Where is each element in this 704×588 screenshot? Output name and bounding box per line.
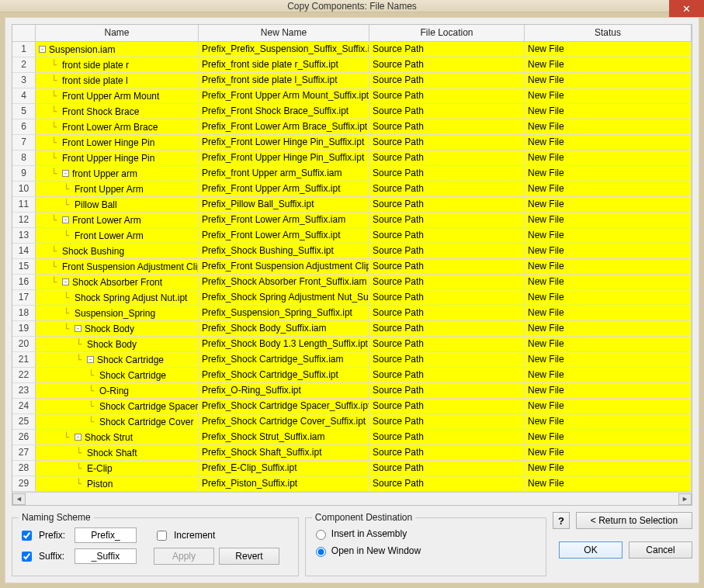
cell-location[interactable]: Source Path xyxy=(369,476,525,491)
cell-newname[interactable]: Prefix_O-Ring_Suffix.ipt xyxy=(199,383,369,398)
table-row[interactable]: 4└ Front Upper Arm MountPrefix_Front Upp… xyxy=(12,88,692,104)
header-name[interactable]: Name xyxy=(36,25,199,41)
cell-name[interactable]: └ Front Lower Hinge Pin xyxy=(36,135,199,150)
cell-status[interactable]: New File xyxy=(525,430,692,444)
cell-status[interactable]: New File xyxy=(525,73,692,88)
cell-location[interactable]: Source Path xyxy=(369,368,525,382)
cell-status[interactable]: New File xyxy=(525,104,692,119)
cell-location[interactable]: Source Path xyxy=(369,73,525,88)
cell-newname[interactable]: Prefix_Shock Spring Adjustment Nut_Suffi… xyxy=(199,290,369,305)
table-row[interactable]: 12└ -Front Lower ArmPrefix_Front Lower A… xyxy=(12,213,692,228)
cell-newname[interactable]: Prefix_E-Clip_Suffix.ipt xyxy=(199,461,369,476)
cell-name[interactable]: └ Front Upper Arm Mount xyxy=(36,88,199,103)
tree-toggle-icon[interactable]: - xyxy=(87,356,94,363)
cell-status[interactable]: New File xyxy=(525,352,692,367)
table-row[interactable]: 25└ Shock Cartridge CoverPrefix_Shock Ca… xyxy=(12,414,692,430)
cell-location[interactable]: Source Path xyxy=(369,445,525,460)
table-row[interactable]: 22└ Shock CartridgePrefix_Shock Cartridg… xyxy=(12,368,692,383)
cell-name[interactable]: └ Shock Cartridge Spacer xyxy=(36,399,199,413)
table-row[interactable]: 21└ -Shock CartridgePrefix_Shock Cartrid… xyxy=(12,352,692,368)
cell-location[interactable]: Source Path xyxy=(369,104,525,119)
cell-name[interactable]: └ Front Upper Hinge Pin xyxy=(36,150,199,165)
cell-location[interactable]: Source Path xyxy=(369,306,525,320)
cell-newname[interactable]: Prefix_Front Lower Hinge Pin_Suffix.ipt xyxy=(199,135,369,150)
cell-name[interactable]: └ Front Upper Arm xyxy=(36,182,199,196)
cell-newname[interactable]: Prefix_Front Lower Arm Brace_Suffix.ipt xyxy=(199,119,369,134)
cell-newname[interactable]: Prefix_Prefix_Suspension_Suffix_Suffix.i… xyxy=(199,42,369,57)
cell-newname[interactable]: Prefix_front side plate l_Suffix.ipt xyxy=(199,73,369,88)
tree-toggle-icon[interactable]: - xyxy=(62,278,69,285)
cell-newname[interactable]: Prefix_Shock Cartridge_Suffix.iam xyxy=(199,352,369,367)
cell-newname[interactable]: Prefix_Front Suspension Adjustment Clip_… xyxy=(199,259,369,274)
cell-status[interactable]: New File xyxy=(525,337,692,351)
cell-status[interactable]: New File xyxy=(525,166,692,181)
cell-location[interactable]: Source Path xyxy=(369,275,525,289)
cell-location[interactable]: Source Path xyxy=(369,352,525,367)
cell-status[interactable]: New File xyxy=(525,414,692,429)
header-newname[interactable]: New Name xyxy=(199,25,369,41)
table-row[interactable]: 1-Suspension.iamPrefix_Prefix_Suspension… xyxy=(12,42,692,57)
cell-status[interactable]: New File xyxy=(525,57,692,72)
scroll-left-icon[interactable]: ◄ xyxy=(12,493,26,505)
cell-newname[interactable]: Prefix_Front Shock Brace_Suffix.ipt xyxy=(199,104,369,119)
cell-location[interactable]: Source Path xyxy=(369,88,525,103)
cell-newname[interactable]: Prefix_front Upper arm_Suffix.iam xyxy=(199,166,369,181)
cell-name[interactable]: └ -Shock Absorber Front xyxy=(36,275,199,289)
cell-name[interactable]: └ Suspension_Spring xyxy=(36,306,199,320)
cell-name[interactable]: └ Front Lower Arm xyxy=(36,228,199,243)
suffix-checkbox[interactable] xyxy=(22,552,32,562)
ok-button[interactable]: OK xyxy=(559,541,623,559)
cell-status[interactable]: New File xyxy=(525,445,692,460)
cell-location[interactable]: Source Path xyxy=(369,150,525,165)
grid-body[interactable]: 1-Suspension.iamPrefix_Prefix_Suspension… xyxy=(12,42,692,492)
table-row[interactable]: 19└ -Shock BodyPrefix_Shock Body_Suffix.… xyxy=(12,321,692,337)
revert-button[interactable]: Revert xyxy=(219,548,279,565)
cell-status[interactable]: New File xyxy=(525,399,692,413)
cell-name[interactable]: └ -Front Lower Arm xyxy=(36,213,199,227)
cell-location[interactable]: Source Path xyxy=(369,461,525,476)
cell-location[interactable]: Source Path xyxy=(369,383,525,398)
cell-status[interactable]: New File xyxy=(525,321,692,336)
prefix-input[interactable] xyxy=(75,527,137,543)
cell-newname[interactable]: Prefix_Front Lower Arm_Suffix.iam xyxy=(199,213,369,227)
cell-location[interactable]: Source Path xyxy=(369,182,525,196)
cell-newname[interactable]: Prefix_Shock Body_Suffix.iam xyxy=(199,321,369,336)
cell-status[interactable]: New File xyxy=(525,88,692,103)
table-row[interactable]: 24└ Shock Cartridge SpacerPrefix_Shock C… xyxy=(12,399,692,414)
cell-newname[interactable]: Prefix_Front Upper Arm_Suffix.ipt xyxy=(199,182,369,196)
table-row[interactable]: 5└ Front Shock BracePrefix_Front Shock B… xyxy=(12,104,692,119)
horizontal-scrollbar[interactable]: ◄ ► xyxy=(12,492,692,505)
cell-name[interactable]: └ Shock Cartridge Cover xyxy=(36,414,199,429)
cell-name[interactable]: └ Shock Body xyxy=(36,337,199,351)
cell-newname[interactable]: Prefix_Shock Strut_Suffix.iam xyxy=(199,430,369,444)
cell-name[interactable]: └ Shock Spring Adjust Nut.ipt xyxy=(36,290,199,305)
cell-name[interactable]: -Suspension.iam xyxy=(36,42,199,57)
close-button[interactable]: ✕ xyxy=(669,0,704,17)
cell-newname[interactable]: Prefix_Shock Absorber Front_Suffix.iam xyxy=(199,275,369,289)
table-row[interactable]: 3└ front side plate lPrefix_front side p… xyxy=(12,73,692,88)
cell-name[interactable]: └ Front Suspension Adjustment Clip xyxy=(36,259,199,274)
cell-status[interactable]: New File xyxy=(525,476,692,491)
cell-location[interactable]: Source Path xyxy=(369,259,525,274)
cell-name[interactable]: └ -front Upper arm xyxy=(36,166,199,181)
cell-status[interactable]: New File xyxy=(525,182,692,196)
tree-toggle-icon[interactable]: - xyxy=(75,325,81,332)
prefix-checkbox[interactable] xyxy=(22,531,32,541)
cell-status[interactable]: New File xyxy=(525,275,692,289)
cell-location[interactable]: Source Path xyxy=(369,244,525,258)
cell-name[interactable]: └ -Shock Body xyxy=(36,321,199,336)
cell-newname[interactable]: Prefix_Front Upper Hinge Pin_Suffix.ipt xyxy=(199,150,369,165)
cell-newname[interactable]: Prefix_Shock Cartridge Spacer_Suffix.ipt xyxy=(199,399,369,413)
insert-radio[interactable] xyxy=(316,530,326,540)
cell-newname[interactable]: Prefix_Shock Shaft_Suffix.ipt xyxy=(199,445,369,460)
tree-toggle-icon[interactable]: - xyxy=(75,434,81,441)
cell-status[interactable]: New File xyxy=(525,290,692,305)
cell-location[interactable]: Source Path xyxy=(369,399,525,413)
table-row[interactable]: 18└ Suspension_SpringPrefix_Suspension_S… xyxy=(12,306,692,321)
cell-name[interactable]: └ Pillow Ball xyxy=(36,197,199,212)
scroll-track[interactable] xyxy=(26,493,678,505)
table-row[interactable]: 29└ PistonPrefix_Piston_Suffix.iptSource… xyxy=(12,476,692,492)
cell-location[interactable]: Source Path xyxy=(369,430,525,444)
cell-location[interactable]: Source Path xyxy=(369,321,525,336)
cell-newname[interactable]: Prefix_front side plate r_Suffix.ipt xyxy=(199,57,369,72)
